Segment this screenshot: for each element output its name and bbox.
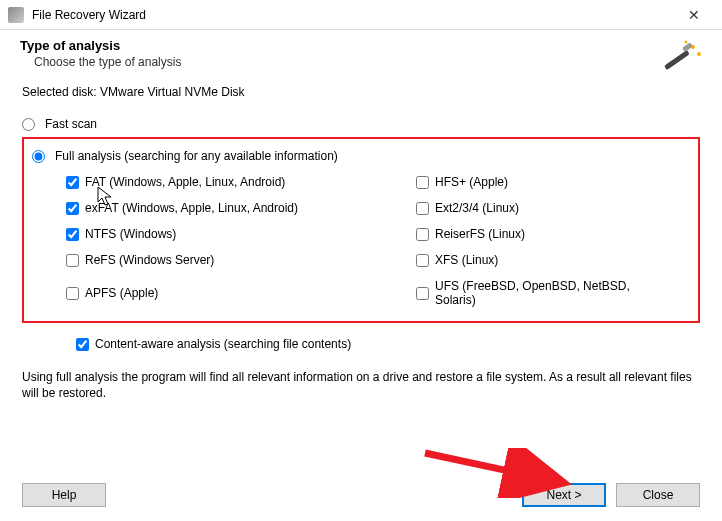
fs-hfsplus-label: HFS+ (Apple) xyxy=(435,175,508,189)
fast-scan-label: Fast scan xyxy=(45,117,97,131)
fs-ntfs-checkbox[interactable] xyxy=(66,228,79,241)
fs-fat[interactable]: FAT (Windows, Apple, Linux, Android) xyxy=(66,175,316,189)
description-text: Using full analysis the program will fin… xyxy=(0,361,722,401)
selected-disk-label: Selected disk: xyxy=(22,85,97,99)
fs-refs-label: ReFS (Windows Server) xyxy=(85,253,214,267)
fs-ufs-checkbox[interactable] xyxy=(416,287,429,300)
selected-disk-value: VMware Virtual NVMe Disk xyxy=(100,85,244,99)
fs-ntfs[interactable]: NTFS (Windows) xyxy=(66,227,316,241)
full-analysis-highlight-box: Full analysis (searching for any availab… xyxy=(22,137,700,323)
app-icon xyxy=(8,7,24,23)
fs-fat-checkbox[interactable] xyxy=(66,176,79,189)
full-analysis-radio-input[interactable] xyxy=(32,150,45,163)
button-bar: Help Next > Close xyxy=(0,483,722,507)
fs-xfs[interactable]: XFS (Linux) xyxy=(416,253,666,267)
fs-fat-label: FAT (Windows, Apple, Linux, Android) xyxy=(85,175,285,189)
wizard-header: Type of analysis Choose the type of anal… xyxy=(0,30,722,75)
fs-reiserfs[interactable]: ReiserFS (Linux) xyxy=(416,227,666,241)
fs-ext-label: Ext2/3/4 (Linux) xyxy=(435,201,519,215)
filesystem-grid: FAT (Windows, Apple, Linux, Android) HFS… xyxy=(66,175,690,307)
title-bar: File Recovery Wizard ✕ xyxy=(0,0,722,30)
fs-ext[interactable]: Ext2/3/4 (Linux) xyxy=(416,201,666,215)
fs-hfsplus[interactable]: HFS+ (Apple) xyxy=(416,175,666,189)
fs-apfs-label: APFS (Apple) xyxy=(85,286,158,300)
fs-apfs-checkbox[interactable] xyxy=(66,287,79,300)
fs-exfat-label: exFAT (Windows, Apple, Linux, Android) xyxy=(85,201,298,215)
fs-ufs[interactable]: UFS (FreeBSD, OpenBSD, NetBSD, Solaris) xyxy=(416,279,666,307)
content-area: Selected disk: VMware Virtual NVMe Disk … xyxy=(0,75,722,351)
svg-rect-3 xyxy=(664,50,690,70)
fs-xfs-checkbox[interactable] xyxy=(416,254,429,267)
full-analysis-label: Full analysis (searching for any availab… xyxy=(55,149,338,163)
fs-exfat[interactable]: exFAT (Windows, Apple, Linux, Android) xyxy=(66,201,316,215)
content-aware-checkbox-row[interactable]: Content-aware analysis (searching file c… xyxy=(76,337,700,351)
close-dialog-button[interactable]: Close xyxy=(616,483,700,507)
full-analysis-radio[interactable]: Full analysis (searching for any availab… xyxy=(32,149,690,163)
page-title: Type of analysis xyxy=(20,38,702,53)
svg-point-2 xyxy=(685,41,688,44)
fs-refs[interactable]: ReFS (Windows Server) xyxy=(66,253,316,267)
fs-ext-checkbox[interactable] xyxy=(416,202,429,215)
content-aware-label: Content-aware analysis (searching file c… xyxy=(95,337,351,351)
help-button[interactable]: Help xyxy=(22,483,106,507)
svg-point-1 xyxy=(697,52,701,56)
fast-scan-radio-input[interactable] xyxy=(22,118,35,131)
close-button[interactable]: ✕ xyxy=(674,1,714,29)
fs-refs-checkbox[interactable] xyxy=(66,254,79,267)
fs-reiserfs-checkbox[interactable] xyxy=(416,228,429,241)
selected-disk-row: Selected disk: VMware Virtual NVMe Disk xyxy=(22,85,700,99)
wizard-icon xyxy=(660,36,704,80)
fs-apfs[interactable]: APFS (Apple) xyxy=(66,279,316,307)
next-button[interactable]: Next > xyxy=(522,483,606,507)
fast-scan-radio[interactable]: Fast scan xyxy=(22,117,700,131)
svg-rect-4 xyxy=(682,42,693,52)
fs-reiserfs-label: ReiserFS (Linux) xyxy=(435,227,525,241)
fs-xfs-label: XFS (Linux) xyxy=(435,253,498,267)
fs-ufs-label: UFS (FreeBSD, OpenBSD, NetBSD, Solaris) xyxy=(435,279,666,307)
fs-ntfs-label: NTFS (Windows) xyxy=(85,227,176,241)
window-title: File Recovery Wizard xyxy=(32,8,674,22)
content-aware-checkbox[interactable] xyxy=(76,338,89,351)
fs-hfsplus-checkbox[interactable] xyxy=(416,176,429,189)
fs-exfat-checkbox[interactable] xyxy=(66,202,79,215)
svg-line-5 xyxy=(425,453,565,483)
page-subtitle: Choose the type of analysis xyxy=(34,55,702,69)
